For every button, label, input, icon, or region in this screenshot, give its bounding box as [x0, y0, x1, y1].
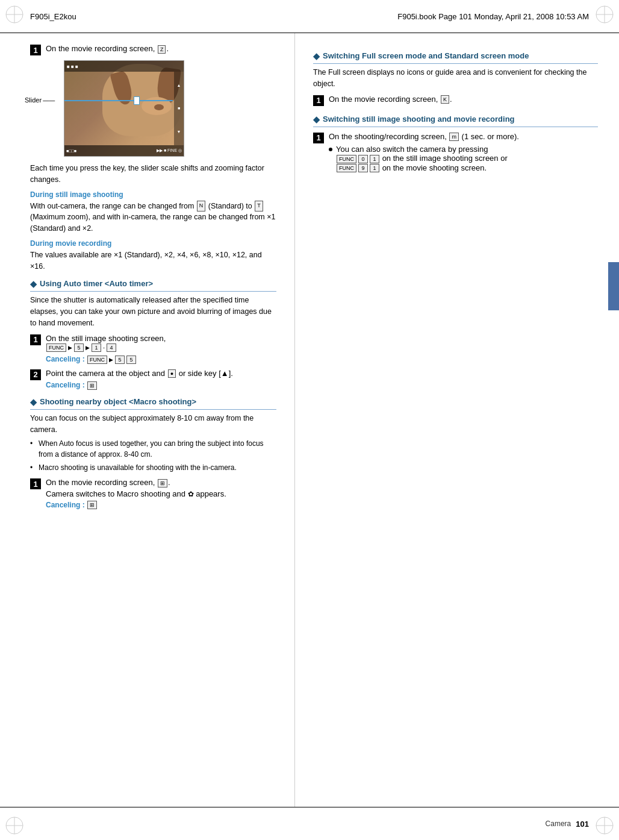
- diamond-icon-2: ◆: [30, 397, 37, 407]
- cancel1-func-key: FUNC: [87, 356, 107, 364]
- macro-key-icon: ⊞: [158, 479, 167, 487]
- diamond-icon-4: ◆: [313, 114, 320, 124]
- macro-step1: 1 On the movie recording screen, ⊞. Came…: [30, 478, 276, 509]
- fullscreen-text: The Full screen displays no icons or gui…: [313, 67, 598, 90]
- auto-step1-text: On the still image shooting screen,: [46, 334, 166, 343]
- note-on-still-text: on the still image shooting screen or: [382, 154, 508, 163]
- switching-step1-content: On the shooting/recording screen, m (1 s…: [329, 132, 598, 175]
- shutter-icon: ●: [168, 369, 176, 378]
- camera-label: Camera: [546, 820, 571, 828]
- fullscreen-key-icon: K: [441, 95, 449, 104]
- macro-after-text: Camera switches to Macro shooting and ✿ …: [46, 489, 276, 498]
- macro-canceling-label: Canceling :: [46, 501, 87, 509]
- note-key-seq2: FUNC 9 1: [336, 164, 380, 172]
- fullscreen-step1-content: On the movie recording screen, K.: [329, 95, 598, 104]
- each-time-text: Each time you press the key, the slider …: [30, 163, 276, 186]
- fullscreen-heading: ◆ Switching Full screen mode and Standar…: [313, 51, 598, 64]
- slider-line: [64, 100, 173, 101]
- macro-shooting-heading: ◆ Shooting nearby object <Macro shooting…: [30, 397, 276, 410]
- note-on-movie-text: on the movie shooting screen.: [382, 163, 487, 172]
- cancel1-key5: 5: [115, 356, 125, 364]
- maxzoom-icon: T: [255, 201, 263, 212]
- slider-handle: [134, 96, 140, 105]
- macro-cancel-icon: ⊞: [87, 501, 97, 509]
- macro-step-num: 1: [30, 478, 41, 489]
- note-func-key1: FUNC: [337, 155, 356, 163]
- auto-timer-heading: ◆ Using Auto timer <Auto timer>: [30, 279, 276, 292]
- top-bar-left: F905i_E2kou: [30, 12, 76, 21]
- key-5-1: 5: [74, 343, 84, 352]
- macro-step1-text: On the movie recording screen, ⊞.: [46, 478, 170, 487]
- macro-step1-content: On the movie recording screen, ⊞. Camera…: [46, 478, 276, 509]
- cancel1-key-seq: FUNC ▶ 5 5: [87, 356, 137, 364]
- camera-bottom-bar: ■□□■ ▶▶ ■ FINE ◎: [64, 145, 184, 156]
- note-content: You can also switch the camera by pressi…: [336, 145, 508, 172]
- canceling1-block: Canceling : FUNC ▶ 5 5: [46, 354, 276, 364]
- fullscreen-step1: 1 On the movie recording screen, K.: [313, 95, 598, 106]
- camera-overlay-top: ■ ■ ■: [64, 61, 184, 72]
- switching-step-num: 1: [313, 133, 324, 143]
- auto-step2: 2 Point the camera at the object and ● o…: [30, 369, 276, 390]
- note-func-key2: FUNC: [337, 164, 356, 172]
- canceling2-block: Canceling : ⊞: [46, 380, 276, 390]
- cancel2-icon: ⊞: [87, 381, 97, 390]
- macro-bullet1: When Auto focus is used together, you ca…: [30, 438, 276, 460]
- key-1: 1: [92, 343, 101, 352]
- top-bar-right: F905i.book Page 101 Monday, April 21, 20…: [397, 12, 589, 21]
- fullscreen-step1-text: On the movie recording screen, K.: [329, 95, 452, 104]
- standard-icon: N: [197, 201, 206, 212]
- auto-step1-content: On the still image shooting screen, FUNC…: [46, 334, 276, 364]
- switching-step1-text: On the shooting/recording screen, m (1 s…: [329, 132, 519, 141]
- note-key-9: 9: [358, 164, 368, 172]
- right-column: ◆ Switching Full screen mode and Standar…: [295, 33, 619, 807]
- note-block: You can also switch the camera by pressi…: [329, 145, 598, 172]
- slider-label-container: Slider ——: [25, 96, 55, 104]
- during-still-heading: During still image shooting: [30, 190, 276, 199]
- canceling2-label: Canceling :: [46, 381, 87, 389]
- slider-label: Slider: [25, 96, 42, 104]
- note-key-1b: 1: [370, 164, 379, 172]
- blue-tab: [608, 262, 619, 310]
- step1-text: On the movie recording screen,: [46, 44, 157, 53]
- bottom-bar: Camera 101: [0, 807, 619, 840]
- left-step1: 1 On the movie recording screen, Z.: [30, 44, 276, 55]
- macro-text: You can focus on the subject approximate…: [30, 413, 276, 436]
- note-dot: [329, 148, 332, 151]
- cancel1-key5b: 5: [126, 356, 136, 364]
- func-key: FUNC: [46, 343, 66, 352]
- macro-flower-icon: ✿: [188, 490, 194, 498]
- during-still-text: With out-camera, the range can be change…: [30, 201, 276, 234]
- switching-step1: 1 On the shooting/recording screen, m (1…: [313, 132, 598, 175]
- macro-bullet2: Macro shooting is unavailable for shooti…: [30, 462, 276, 473]
- auto-step2-content: Point the camera at the object and ● or …: [46, 369, 276, 390]
- auto-step2-text: Point the camera at the object and ● or …: [46, 369, 233, 378]
- key-4: 4: [107, 343, 116, 352]
- macro-canceling-block: Canceling : ⊞: [46, 500, 276, 510]
- note-key-0: 0: [358, 155, 368, 163]
- slider-arrow: ——: [43, 97, 55, 104]
- camera-image-container: ■ ■ ■ ■□□■ ▶▶ ■ FINE ◎ ▲ ■ ▼ Sl: [46, 60, 276, 157]
- switching-still-heading: ◆ Switching still image shooting and mov…: [313, 114, 598, 127]
- during-movie-heading: During movie recording: [30, 239, 276, 248]
- diamond-icon: ◆: [30, 279, 37, 289]
- camera-side-bar: ▲ ■ ▼: [174, 72, 184, 145]
- diamond-icon-3: ◆: [313, 51, 320, 61]
- note-key-1a: 1: [370, 155, 379, 163]
- auto-step-num-2: 2: [30, 369, 41, 380]
- note-key-seq1: FUNC 0 1: [336, 155, 380, 163]
- auto-step1: 1 On the still image shooting screen, FU…: [30, 334, 276, 364]
- camera-preview: ■ ■ ■ ■□□■ ▶▶ ■ FINE ◎ ▲ ■ ▼: [64, 60, 184, 157]
- switching-key-icon: m: [449, 133, 459, 141]
- auto-key-seq: FUNC ▶ 5 ▶ 1 - 4: [46, 343, 117, 352]
- canceling1-label: Canceling :: [46, 355, 87, 363]
- fullscreen-step-num: 1: [313, 95, 324, 106]
- left-column: 1 On the movie recording screen, Z. ■ ■ …: [0, 33, 295, 807]
- page-number: 101: [576, 820, 589, 829]
- zoom-icon: Z: [158, 45, 166, 54]
- during-movie-text: The values available are ×1 (Standard), …: [30, 249, 276, 272]
- auto-timer-text: Since the shutter is automatically relea…: [30, 295, 276, 328]
- step-number-1: 1: [30, 45, 41, 55]
- auto-step-num-1: 1: [30, 334, 41, 345]
- step1-content: On the movie recording screen, Z.: [46, 44, 276, 54]
- fullscreen-heading-text: Switching Full screen mode and Standard …: [323, 51, 529, 60]
